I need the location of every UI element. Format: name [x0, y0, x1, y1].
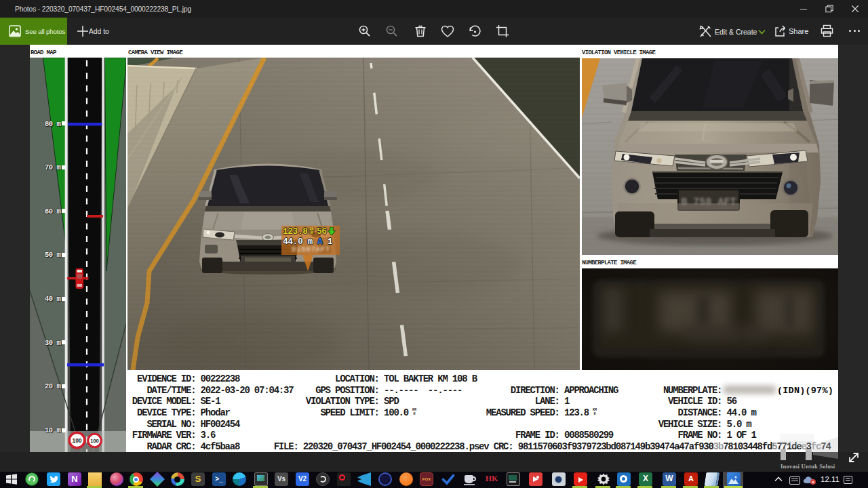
svg-text:100: 100 — [72, 437, 81, 444]
svg-text:100: 100 — [90, 438, 99, 444]
